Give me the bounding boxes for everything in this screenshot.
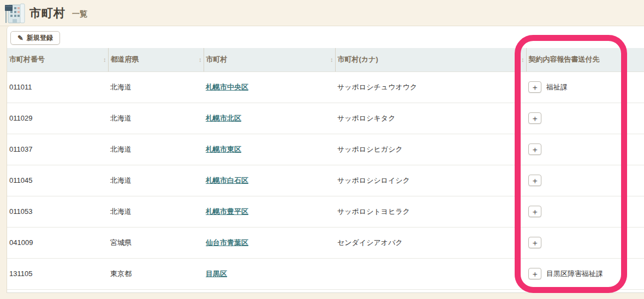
sort-icon[interactable]: ↕ xyxy=(330,56,333,63)
sort-icon[interactable]: ↕ xyxy=(521,56,524,63)
col-header-prefecture-label: 都道府県 xyxy=(111,55,139,63)
cell-prefecture: 北海道 xyxy=(108,165,204,196)
add-destination-button[interactable]: ＋ xyxy=(528,206,541,217)
cell-kana: サッポロシキタク xyxy=(335,103,526,134)
cell-code: 011011 xyxy=(7,71,108,103)
col-header-report-destination-label: 契約内容報告書送付先 xyxy=(529,55,600,63)
plus-icon: ＋ xyxy=(531,114,539,122)
add-destination-button[interactable]: ＋ xyxy=(528,143,541,155)
new-record-button-label: 新規登録 xyxy=(27,33,53,43)
col-header-kana-label: 市町村(カナ) xyxy=(338,55,378,63)
cell-report-destination: ＋ 福祉課 xyxy=(526,71,644,103)
table-header-row: 市町村番号 ↕ 都道府県 ↕ 市町村 ↕ 市町村(カナ) ↕ 契約内容報告書送付… xyxy=(7,48,644,71)
plus-icon: ＋ xyxy=(531,83,539,91)
cell-code: 011045 xyxy=(7,165,108,196)
cell-report-destination: ＋ xyxy=(526,103,644,134)
app-header: 市町村 一覧 xyxy=(0,0,644,26)
plus-icon: ＋ xyxy=(531,207,539,216)
cell-kana: サッポロシシロイシク xyxy=(335,165,526,196)
table-row: 011029 北海道 札幌市北区 サッポロシキタク ＋ xyxy=(7,103,644,134)
table-row: 011045 北海道 札幌市白石区 サッポロシシロイシク ＋ xyxy=(7,165,644,196)
col-header-code-label: 市町村番号 xyxy=(9,55,45,63)
add-destination-button[interactable]: ＋ xyxy=(528,81,541,93)
cell-code: 011053 xyxy=(7,196,108,227)
sort-icon[interactable]: ↕ xyxy=(199,56,202,63)
cell-city: 札幌市東区 xyxy=(204,134,335,165)
cell-report-destination: ＋ xyxy=(526,134,644,165)
city-link[interactable]: 札幌市白石区 xyxy=(206,176,248,184)
content-panel: ✎ 新規登録 市町村番号 ↕ 都道府県 ↕ 市町村 ↕ xyxy=(7,26,644,293)
plus-icon: ＋ xyxy=(531,238,539,247)
cell-kana: サッポロシトヨヒラク xyxy=(335,196,526,227)
city-link[interactable]: 札幌市豊平区 xyxy=(206,207,248,216)
table-row: 011011 北海道 札幌市中央区 サッポロシチュウオウク ＋ 福祉課 xyxy=(7,71,644,103)
sort-icon[interactable]: ↕ xyxy=(103,56,106,63)
city-link[interactable]: 札幌市北区 xyxy=(206,114,241,122)
table-row: 011037 北海道 札幌市東区 サッポロシヒガシク ＋ xyxy=(7,134,644,165)
cell-code: 041009 xyxy=(7,227,108,258)
table-row: 011053 北海道 札幌市豊平区 サッポロシトヨヒラク ＋ xyxy=(7,196,644,227)
cell-prefecture: 宮城県 xyxy=(108,227,204,258)
cell-code: 011029 xyxy=(7,103,108,134)
cell-prefecture: 東京都 xyxy=(108,258,204,289)
cell-city: 札幌市北区 xyxy=(204,103,335,134)
plus-icon: ＋ xyxy=(531,145,539,153)
cell-prefecture: 北海道 xyxy=(108,103,204,134)
col-header-code[interactable]: 市町村番号 ↕ xyxy=(7,48,108,71)
city-link[interactable]: 目黒区 xyxy=(206,270,227,278)
table-row: 041009 宮城県 仙台市青葉区 センダイシアオバク ＋ xyxy=(7,227,644,258)
cell-report-destination: ＋ xyxy=(526,227,644,258)
municipality-table: 市町村番号 ↕ 都道府県 ↕ 市町村 ↕ 市町村(カナ) ↕ 契約内容報告書送付… xyxy=(7,48,644,290)
table-row: 131105 東京都 目黒区 ＋ 目黒区障害福祉課 xyxy=(7,258,644,289)
cell-kana xyxy=(335,258,526,289)
city-link[interactable]: 仙台市青葉区 xyxy=(206,238,248,247)
building-icon xyxy=(4,3,26,24)
destination-label: 目黒区障害福祉課 xyxy=(546,269,603,279)
cell-kana: サッポロシヒガシク xyxy=(335,134,526,165)
cell-prefecture: 北海道 xyxy=(108,196,204,227)
add-destination-button[interactable]: ＋ xyxy=(528,175,541,186)
col-header-kana[interactable]: 市町村(カナ) ↕ xyxy=(335,48,526,71)
city-link[interactable]: 札幌市東区 xyxy=(206,145,241,153)
toolbar: ✎ 新規登録 xyxy=(7,26,644,48)
cell-report-destination: ＋ 目黒区障害福祉課 xyxy=(526,258,644,289)
cell-kana: サッポロシチュウオウク xyxy=(335,71,526,103)
cell-code: 131105 xyxy=(7,258,108,289)
destination-label: 福祉課 xyxy=(546,82,568,92)
cell-report-destination: ＋ xyxy=(526,196,644,227)
col-header-city[interactable]: 市町村 ↕ xyxy=(204,48,335,71)
cell-code: 011037 xyxy=(7,134,108,165)
cell-report-destination: ＋ xyxy=(526,165,644,196)
add-destination-button[interactable]: ＋ xyxy=(528,268,541,279)
cell-kana: センダイシアオバク xyxy=(335,227,526,258)
add-destination-button[interactable]: ＋ xyxy=(528,237,541,248)
cell-city: 目黒区 xyxy=(204,258,335,289)
col-header-prefecture[interactable]: 都道府県 ↕ xyxy=(108,48,204,71)
pencil-icon: ✎ xyxy=(17,34,23,42)
new-record-button[interactable]: ✎ 新規登録 xyxy=(10,31,60,45)
plus-icon: ＋ xyxy=(531,176,539,184)
city-link[interactable]: 札幌市中央区 xyxy=(206,83,248,91)
app-title: 市町村 xyxy=(29,5,65,21)
view-name: 一覧 xyxy=(72,9,87,19)
col-header-report-destination[interactable]: 契約内容報告書送付先 xyxy=(526,48,644,71)
add-destination-button[interactable]: ＋ xyxy=(528,112,541,124)
cell-city: 札幌市豊平区 xyxy=(204,196,335,227)
cell-prefecture: 北海道 xyxy=(108,134,204,165)
cell-city: 札幌市白石区 xyxy=(204,165,335,196)
cell-city: 仙台市青葉区 xyxy=(204,227,335,258)
col-header-city-label: 市町村 xyxy=(206,55,228,63)
cell-prefecture: 北海道 xyxy=(108,71,204,103)
cell-city: 札幌市中央区 xyxy=(204,71,335,103)
plus-icon: ＋ xyxy=(531,270,539,278)
